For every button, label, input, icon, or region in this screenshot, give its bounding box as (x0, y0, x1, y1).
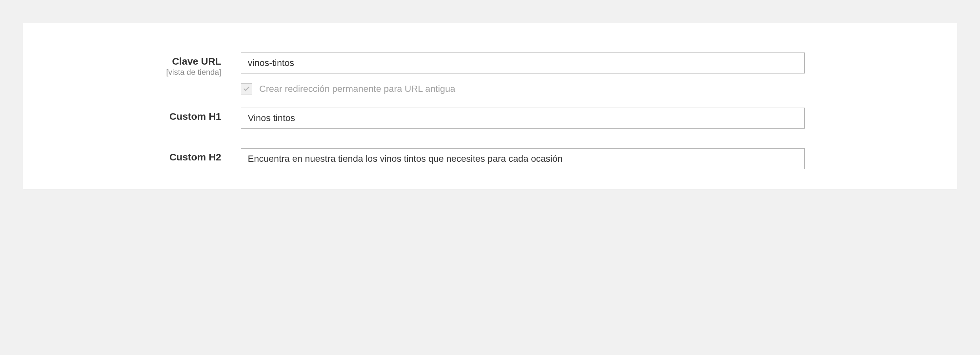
custom-h2-label: Custom H2 (52, 152, 221, 163)
url-key-label: Clave URL (52, 56, 221, 67)
url-key-scope: [vista de tienda] (52, 67, 221, 77)
custom-h2-row: Custom H2 (52, 148, 928, 169)
custom-h2-input[interactable] (241, 148, 805, 169)
custom-h1-input[interactable] (241, 108, 805, 129)
url-key-label-col: Clave URL [vista de tienda] (52, 53, 241, 77)
permanent-redirect-checkbox[interactable] (241, 83, 252, 94)
url-key-control: Crear redirección permanente para URL an… (241, 53, 928, 94)
url-key-row: Clave URL [vista de tienda] Crear redire… (52, 53, 928, 94)
seo-settings-panel: Clave URL [vista de tienda] Crear redire… (23, 23, 957, 189)
permanent-redirect-row: Crear redirección permanente para URL an… (241, 83, 928, 94)
custom-h1-label: Custom H1 (52, 111, 221, 122)
custom-h2-control (241, 148, 928, 169)
url-key-input[interactable] (241, 53, 805, 74)
custom-h2-label-col: Custom H2 (52, 148, 241, 163)
custom-h1-label-col: Custom H1 (52, 108, 241, 122)
check-icon (243, 85, 250, 93)
custom-h1-row: Custom H1 (52, 108, 928, 129)
custom-h1-control (241, 108, 928, 129)
permanent-redirect-label: Crear redirección permanente para URL an… (259, 84, 455, 94)
